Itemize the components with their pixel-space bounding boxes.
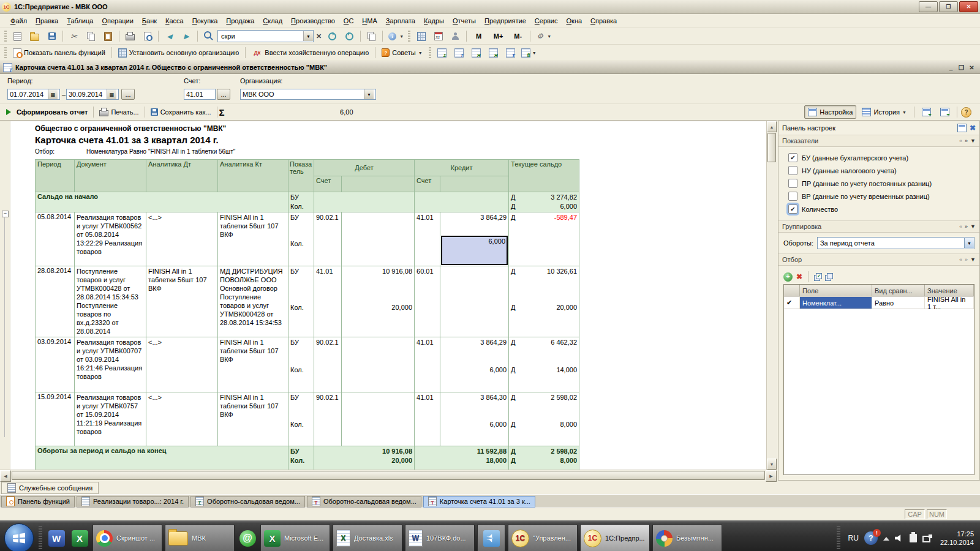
report-tool-4-button[interactable] xyxy=(485,46,502,60)
taskbar-pinned-item[interactable]: X xyxy=(69,524,91,551)
cell-debit-account[interactable]: 90.02.1 xyxy=(314,212,342,266)
generate-report-button[interactable]: Сформировать отчет xyxy=(2,108,91,116)
add-filter-button[interactable]: + xyxy=(783,272,793,282)
cell-credit-account[interactable]: 60.01 xyxy=(415,266,440,337)
account-choose-button[interactable]: ... xyxy=(217,89,230,100)
cell-analytics-kt[interactable]: FINISH All in 1 таблетки 56шт 107 ВКФ xyxy=(218,392,288,446)
menu-item-Отчеты[interactable]: Отчеты xyxy=(448,15,480,26)
toolbar-grip[interactable] xyxy=(429,47,431,58)
report-tool-3-button[interactable] xyxy=(468,46,484,60)
report-tool-5-button[interactable] xyxy=(502,46,519,60)
set-main-organization-button[interactable]: Установить основную организацию xyxy=(115,46,243,59)
menu-item-Правка[interactable]: Правка xyxy=(31,15,62,26)
totals-label[interactable]: Обороты за период и сальдо на конец xyxy=(36,446,288,470)
turnovers-dropdown-icon[interactable]: ▼ xyxy=(964,238,974,248)
filter-row-field[interactable]: Номенклат... xyxy=(800,297,872,309)
cell-document[interactable]: Реализация товаров и услуг УТМВК0757 от … xyxy=(75,392,146,446)
collapse-group-button[interactable]: − xyxy=(2,211,9,217)
doc-restore-button[interactable]: ❐ xyxy=(956,64,967,71)
menu-item-Покупка[interactable]: Покупка xyxy=(188,15,222,26)
cell-saldo[interactable]: Д6 462,32Д14,000 xyxy=(509,337,579,392)
language-indicator[interactable]: RU xyxy=(848,534,859,542)
collapse-left-icon[interactable]: « xyxy=(959,223,962,230)
cell-debit-amount[interactable] xyxy=(342,337,415,392)
cell-debit-account[interactable]: 90.02.1 xyxy=(314,392,342,446)
search-button[interactable] xyxy=(200,29,217,43)
taskbar-button[interactable] xyxy=(477,524,505,551)
scroll-up-arrow[interactable]: ▲ xyxy=(767,121,777,132)
taskbar-pinned-item[interactable]: W xyxy=(45,524,67,551)
cell-credit-amount[interactable]: 3 864,296,000 xyxy=(440,337,509,392)
cut-button[interactable] xyxy=(66,29,82,43)
menu-item-Файл[interactable]: Файл xyxy=(6,15,31,26)
cell-credit-amount[interactable] xyxy=(440,266,509,337)
collapse-left-icon[interactable]: « xyxy=(959,138,962,144)
checkbox-icon[interactable] xyxy=(788,166,797,175)
col-analytics-dt[interactable]: Аналитика Дт xyxy=(146,160,218,192)
taskbar-button[interactable]: 1С"Управлен... xyxy=(508,524,578,551)
cell-credit-amount[interactable]: 3 864,296,000 xyxy=(440,212,509,266)
calendar-button[interactable] xyxy=(430,29,447,43)
advice-button[interactable]: ? Советы ▼ xyxy=(378,46,426,59)
memory-minus-button[interactable]: М- xyxy=(508,29,527,43)
filter-row[interactable]: ✔Номенклат...РавноFINISH All in 1 т... xyxy=(784,297,974,309)
find-previous-button[interactable] xyxy=(341,29,358,43)
cell-debit-amount[interactable]: 10 916,0820,000 xyxy=(342,266,415,337)
copy-button[interactable] xyxy=(83,29,99,43)
cell-period[interactable]: 05.08.2014 xyxy=(36,212,75,266)
menu-item-Склад[interactable]: Склад xyxy=(258,15,287,26)
volume-icon[interactable] xyxy=(895,534,904,542)
paste-button[interactable] xyxy=(100,29,116,43)
col-document[interactable]: Документ xyxy=(75,160,146,192)
checkbox-icon[interactable]: ✔ xyxy=(788,204,797,214)
filter-grid-empty[interactable] xyxy=(784,309,974,474)
memory-plus-button[interactable]: М+ xyxy=(489,29,508,43)
search-dropdown-button[interactable]: ▼ xyxy=(303,31,313,41)
cell-analytics-dt[interactable]: <...> xyxy=(146,212,218,266)
service-messages-tab[interactable]: Служебные сообщения xyxy=(1,482,99,494)
taskbar-button[interactable]: 1С1С:Предпр... xyxy=(580,524,650,551)
indicator-option[interactable]: ВР (данные по учету временных разниц) xyxy=(788,190,977,203)
opening-balance-label[interactable]: Сальдо на начало xyxy=(36,192,288,212)
cell-credit-account[interactable]: 41.01 xyxy=(415,337,440,392)
col-credit-amount[interactable] xyxy=(440,176,509,192)
menu-item-Сервис[interactable]: Сервис xyxy=(530,15,562,26)
cell-debit-amount[interactable] xyxy=(342,392,415,446)
vertical-scrollbar[interactable]: ▲ ▼ xyxy=(766,121,777,470)
new-document-button[interactable] xyxy=(9,29,26,43)
taskbar-button[interactable]: МВК xyxy=(165,524,235,551)
cell-saldo-total[interactable]: Д2 598,02 Д8,000 xyxy=(509,446,579,470)
indicator-option[interactable]: ✔БУ (данные бухгалтерского учета) xyxy=(788,151,977,164)
organization-field[interactable]: МВК ООО ▼ xyxy=(240,89,376,100)
menu-item-ОС[interactable]: ОС xyxy=(339,15,358,26)
check-all-icon[interactable] xyxy=(814,273,821,280)
cell-period[interactable]: 03.09.2014 xyxy=(36,337,75,392)
taskbar-button[interactable]: Безымянн... xyxy=(652,524,722,551)
checkbox-icon[interactable] xyxy=(788,179,797,188)
panel-form-icon[interactable] xyxy=(957,124,967,132)
open-button[interactable] xyxy=(26,29,43,43)
grouping-section-header[interactable]: Группировка « » ▼ xyxy=(778,220,979,233)
show-hidden-icons[interactable] xyxy=(883,534,889,541)
cell-saldo[interactable]: Д-589,47 xyxy=(509,212,579,266)
find-next-button[interactable] xyxy=(324,29,341,43)
cell-credit-total[interactable]: 11 592,88 18,000 xyxy=(415,446,509,470)
copy-special-button[interactable] xyxy=(363,29,380,43)
col-debit-account[interactable]: Счет xyxy=(314,176,342,192)
vertical-scroll-thumb[interactable] xyxy=(767,133,776,162)
print-report-button[interactable]: Печать... xyxy=(96,105,142,119)
account-field[interactable]: 41.01 xyxy=(184,89,216,100)
taskbar-pinned-item[interactable]: @ xyxy=(236,524,258,551)
doc-minimize-button[interactable]: _ xyxy=(946,64,956,71)
cell-indicator[interactable]: БУКол. xyxy=(288,337,314,392)
action-center-icon[interactable]: ? xyxy=(864,531,878,545)
clock[interactable]: 17:25 22.10.2014 xyxy=(940,530,974,547)
cell-analytics-kt[interactable]: FINISH All in 1 таблетки 56шт 107 ВКФ xyxy=(218,212,288,266)
tools-button[interactable]: ▼ xyxy=(533,29,553,43)
filter-row-comparison[interactable]: Равно xyxy=(872,297,925,309)
toolbar-grip[interactable] xyxy=(4,31,7,42)
user-lock-button[interactable] xyxy=(447,29,464,43)
cell-saldo[interactable]: Д10 326,61Д20,000 xyxy=(509,266,579,337)
cell-analytics-kt[interactable]: FINISH All in 1 таблетки 56шт 107 ВКФ xyxy=(218,337,288,392)
window-tab[interactable]: ΣОборотно-сальдовая ведом... xyxy=(190,496,305,508)
